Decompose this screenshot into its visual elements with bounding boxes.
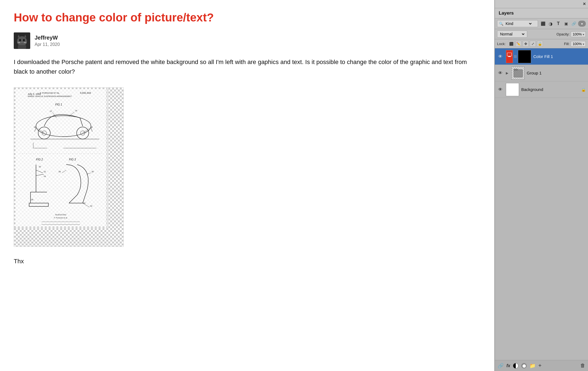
page-title: How to change color of picture/text? (14, 11, 481, 24)
link-icon[interactable]: 🔗 (498, 363, 504, 369)
svg-point-4 (19, 39, 21, 41)
lock-fill-row: Lock: ⬛ ✏️ ✥ ⤢ 🔒 Fill: 100% ▾ (495, 39, 588, 48)
background-thumbnail (506, 83, 519, 96)
author-date: Apr 11, 2020 (35, 42, 60, 47)
lock-pixels-button[interactable]: ✏️ (515, 41, 522, 47)
layer-visibility-background[interactable]: 👁 (497, 86, 504, 93)
svg-text:INVENTORS: INVENTORS (55, 214, 66, 216)
kind-select[interactable]: Kind Name Effect Mode Attribute Color Sm… (504, 21, 532, 26)
lock-position-button[interactable]: ✥ (523, 41, 529, 47)
mask-icon[interactable]: ⬤ (521, 363, 527, 369)
footer-icons: 🔗 fx ⬤ 📁 + (498, 362, 542, 369)
group-icon[interactable]: 📁 (529, 363, 536, 369)
panel-close-button[interactable]: × (583, 1, 586, 7)
svg-text:20: 20 (39, 166, 41, 168)
svg-text:FIG 3: FIG 3 (69, 158, 76, 161)
svg-rect-68 (508, 56, 511, 57)
layer-name-color-fill: Color Fill 1 (533, 54, 586, 59)
svg-rect-69 (508, 57, 511, 57)
patent-image: July 3, 1962 F. PORSCHE ET AL 3,042,444 … (14, 87, 124, 247)
layer-name-group1: Group 1 (527, 71, 586, 75)
lock-transparent-button[interactable]: ⬛ (508, 41, 514, 47)
color-fill-effect-thumbnail (506, 50, 513, 63)
blend-opacity-row: Normal Dissolve Multiply Screen Overlay … (495, 29, 588, 39)
layer-visibility-color-fill[interactable]: 👁 (497, 53, 504, 60)
svg-text:28: 28 (59, 171, 61, 173)
lock-icons: ⬛ ✏️ ✥ ⤢ 🔒 (508, 41, 543, 47)
svg-text:26: 26 (31, 199, 33, 201)
fill-chevron: ▾ (583, 43, 584, 46)
layer-row-background[interactable]: 👁 Background 🔒 (495, 81, 588, 98)
opacity-input[interactable]: 100% ▾ (571, 31, 586, 37)
avatar (14, 32, 30, 49)
author-section: JeffreyW Apr 11, 2020 (14, 32, 481, 49)
svg-text:30: 30 (91, 171, 94, 173)
group-expand-icon[interactable]: ▶ (506, 71, 509, 75)
search-icon: 🔍 (499, 22, 503, 26)
svg-rect-11 (18, 45, 26, 49)
blend-mode-select[interactable]: Normal Dissolve Multiply Screen Overlay (499, 32, 525, 37)
lock-all-button[interactable]: 🔒 (537, 41, 543, 47)
color-fill-thumbnails: ⛓ (506, 50, 531, 63)
layers-list: 👁 ⛓ Color Fill 1 👁 (495, 48, 588, 360)
layers-panel: × Layers 🔍 Kind Name Effect Mode Attribu… (495, 0, 588, 371)
svg-rect-70 (514, 70, 523, 77)
chain-icon-color-fill: ⛓ (514, 55, 517, 59)
layer-visibility-group1[interactable]: 👁 (497, 70, 504, 76)
svg-text:3,042,444: 3,042,444 (80, 92, 91, 94)
svg-text:18: 18 (90, 126, 93, 128)
svg-text:WHEEL VEHICLE SUSPENSION ARRAN: WHEEL VEHICLE SUSPENSION ARRANGEMENT (28, 95, 72, 97)
blend-mode-dropdown[interactable]: Normal Dissolve Multiply Screen Overlay (497, 31, 527, 38)
panel-title: Layers (499, 10, 514, 16)
kind-dropdown[interactable]: 🔍 Kind Name Effect Mode Attribute Color … (497, 20, 538, 27)
layer-row-color-fill[interactable]: 👁 ⛓ Color Fill 1 (495, 48, 588, 65)
svg-text:22: 22 (44, 171, 46, 173)
fx-icon[interactable]: fx (506, 363, 510, 368)
opacity-value-text: 100% (573, 32, 582, 36)
adjust-filter-icon[interactable]: ◑ (547, 20, 554, 27)
color-fill-main-thumbnail (518, 50, 531, 63)
filter-toggle-icon[interactable]: ● (578, 21, 586, 27)
adjustment-icon[interactable] (513, 363, 518, 369)
group1-thumbnail (511, 67, 525, 80)
smart-filter-icon[interactable]: 🔗 (570, 20, 577, 27)
layer-row-group1[interactable]: 👁 ▶ Group 1 (495, 65, 588, 81)
lock-artboard-button[interactable]: ⤢ (530, 41, 536, 47)
fill-section: Fill: 100% ▾ (564, 41, 586, 47)
svg-text:14: 14 (75, 110, 77, 112)
main-content: How to change color of picture/text? (0, 0, 495, 371)
svg-text:July 3, 1962: July 3, 1962 (28, 93, 41, 95)
svg-text:12: 12 (50, 110, 52, 112)
avatar-image (14, 32, 30, 49)
panel-header: Layers (495, 8, 588, 18)
svg-rect-71 (514, 69, 518, 70)
author-info: JeffreyW Apr 11, 2020 (35, 35, 60, 47)
svg-point-5 (23, 39, 25, 41)
svg-text:32: 32 (90, 205, 92, 207)
svg-point-1 (17, 36, 27, 46)
opacity-chevron: ▾ (583, 33, 584, 36)
filter-icons: ⬛ ◑ T ▣ 🔗 ● (540, 20, 586, 27)
panel-footer: 🔗 fx ⬤ 📁 + 🗑 (495, 360, 588, 371)
delete-layer-icon[interactable]: 🗑 (580, 363, 585, 369)
layer-name-background: Background (521, 87, 579, 92)
pixel-filter-icon[interactable]: ⬛ (540, 20, 546, 27)
text-filter-icon[interactable]: T (555, 20, 562, 27)
thx-text: Thx (14, 258, 481, 265)
patent-svg: July 3, 1962 F. PORSCHE ET AL 3,042,444 … (14, 88, 107, 228)
kind-filter-row: 🔍 Kind Name Effect Mode Attribute Color … (495, 18, 588, 29)
lock-label: Lock: (497, 42, 506, 46)
opacity-section: Opacity: 100% ▾ (556, 31, 586, 37)
svg-text:24: 24 (44, 175, 46, 177)
svg-text:FIG 1: FIG 1 (55, 103, 62, 106)
svg-text:F. Porsche et al.: F. Porsche et al. (54, 217, 68, 219)
lock-background-icon: 🔒 (581, 87, 586, 92)
opacity-label: Opacity: (556, 32, 570, 36)
fill-label: Fill: (564, 42, 570, 46)
fill-value-text: 100% (573, 42, 582, 46)
shape-filter-icon[interactable]: ▣ (563, 20, 569, 27)
author-name: JeffreyW (35, 35, 60, 41)
fill-input[interactable]: 100% ▾ (571, 41, 586, 47)
svg-text:F. PORSCHE ET AL: F. PORSCHE ET AL (40, 92, 60, 94)
new-layer-icon[interactable]: + (538, 362, 542, 369)
